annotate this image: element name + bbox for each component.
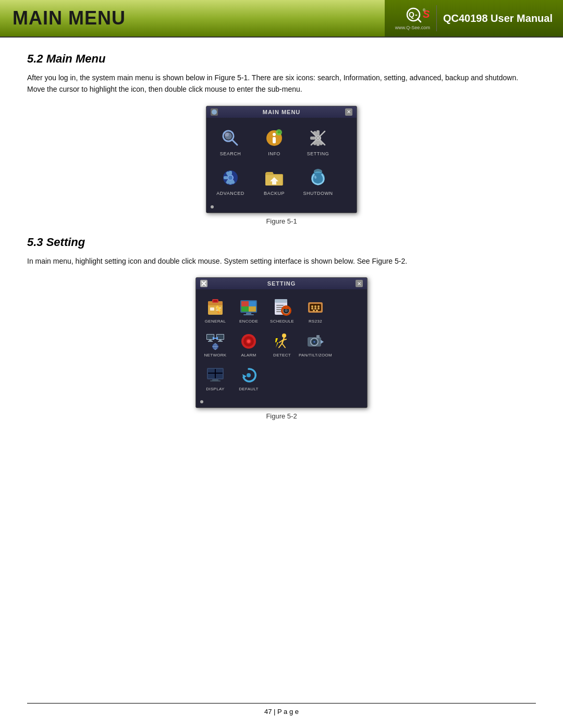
backup-label: BACKUP [264,191,285,196]
svg-marker-108 [321,340,324,344]
header-divider [436,5,437,31]
svg-point-12 [273,133,276,136]
svg-point-69 [311,305,313,307]
header: MAIN MENU See Q - ® www.Q-See.com QC4019… [0,0,563,38]
svg-point-72 [311,307,313,310]
menu-window-title: MAIN MENU [263,109,301,115]
setting-item-schedule[interactable]: SCHEDULE [267,295,297,326]
svg-rect-52 [241,306,249,312]
svg-point-64 [285,309,288,312]
svg-line-99 [282,343,285,348]
info-icon [263,127,285,149]
figure-5-1-caption: Figure 5-1 [266,217,297,225]
backup-icon [263,167,285,189]
svg-rect-114 [208,374,215,378]
svg-rect-20 [310,137,315,140]
setting-item-rs232[interactable]: RS232 [300,295,331,326]
menu-close-button[interactable]: ✕ [345,108,352,116]
setting-footer [196,398,367,408]
logo-url: www.Q-See.com [395,25,430,30]
setting-item-detect[interactable]: DETECT [267,329,297,360]
qsee-logo-svg: See Q - ® [405,6,430,25]
general-icon [206,298,225,317]
setting-item-encode[interactable]: ENCODE [234,295,264,326]
setting-item-network[interactable]: NETWORK [200,329,230,360]
svg-point-33 [228,176,232,180]
setting-item-general[interactable]: GENERAL [200,295,230,326]
svg-point-95 [247,340,250,343]
detect-icon [273,332,291,351]
setting-window-title: SETTING [267,280,296,287]
menu-item-backup[interactable]: BACKUP [254,164,294,199]
svg-rect-87 [213,338,218,339]
search-icon [219,127,241,149]
menu-item-advanced[interactable]: ADVANCED [211,164,250,199]
setting-close-button[interactable]: ✕ [356,280,363,287]
svg-point-71 [317,305,320,307]
menu-item-shutdown[interactable]: SHUTDOWN [298,164,338,199]
svg-line-1 [418,19,421,22]
svg-rect-65 [283,307,289,309]
svg-point-10 [225,132,229,137]
setting-label: SETTING [307,151,329,156]
menu-item-search[interactable]: SEARCH [211,124,250,159]
svg-point-73 [314,307,316,310]
svg-rect-112 [208,369,215,373]
setting-footer-dot [200,400,203,403]
svg-rect-80 [208,341,213,342]
svg-point-121 [247,373,251,377]
svg-rect-41 [210,307,214,311]
svg-rect-119 [210,380,221,381]
main-menu-title: MAIN MENU [13,7,126,29]
svg-line-98 [279,343,282,348]
titlebar-left-icon [211,108,218,116]
svg-text:Q: Q [409,10,414,19]
shutdown-label: SHUTDOWN [303,191,333,196]
default-label: DEFAULT [239,387,259,391]
svg-marker-102 [275,338,278,348]
svg-text:-: - [415,10,418,19]
setting-item-alarm[interactable]: ALARM [234,329,264,360]
setting-body: GENERAL [196,289,367,398]
search-label: SEARCH [220,151,241,156]
svg-rect-66 [284,306,286,308]
figure-5-2-container: SETTING ✕ [27,277,536,420]
menu-item-info[interactable]: INFO [254,124,294,159]
manual-title: QC40198 User Manual [443,13,553,24]
header-right: See Q - ® www.Q-See.com QC40198 User Man… [385,0,563,36]
svg-point-75 [313,310,315,312]
svg-rect-55 [243,314,254,315]
display-label: DISPLAY [206,387,224,391]
section-52-body: After you log in, the system main menu i… [27,72,536,95]
setting-titlebar-icon [200,280,207,287]
setting-item-display[interactable]: DISPLAY [200,363,230,394]
svg-line-9 [232,140,237,145]
pantiltzoom-icon [306,332,325,351]
setting-icon [307,127,329,149]
svg-rect-31 [224,176,228,179]
setting-window: SETTING ✕ [195,277,368,408]
svg-point-70 [314,305,316,307]
rs232-icon [306,298,325,317]
qsee-logo: See Q - ® [405,6,430,25]
shutdown-icon [307,167,329,189]
setting-item-default[interactable]: DEFAULT [234,363,264,394]
svg-rect-53 [249,306,256,312]
pantiltzoom-label: PAN/TILT/ZOOM [299,353,332,357]
menu-item-setting[interactable]: SETTING [298,124,338,159]
svg-text:®: ® [423,8,426,12]
svg-point-74 [317,307,320,310]
advanced-icon [219,167,241,189]
alarm-icon [239,332,258,351]
svg-point-76 [316,310,318,312]
detect-label: DETECT [273,353,291,357]
alarm-label: ALARM [241,353,256,357]
menu-titlebar-icon [211,108,218,116]
svg-rect-115 [215,374,223,378]
page-number: 47 | P a g e [264,708,299,715]
main-menu-window: MAIN MENU ✕ SEARCH [206,106,357,213]
menu-footer [206,203,357,213]
setting-item-pantiltzoom[interactable]: PAN/TILT/ZOOM [300,329,331,360]
svg-rect-45 [213,300,217,302]
menu-body: SEARCH INFO [206,118,357,203]
